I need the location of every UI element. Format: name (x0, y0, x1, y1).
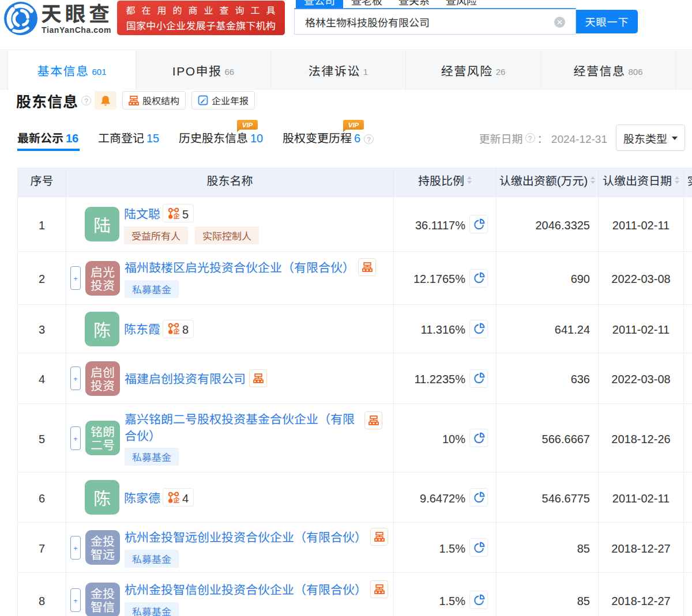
svg-text:企: 企 (173, 211, 180, 220)
svg-text:企: 企 (173, 326, 180, 335)
svg-text:企: 企 (173, 495, 180, 504)
